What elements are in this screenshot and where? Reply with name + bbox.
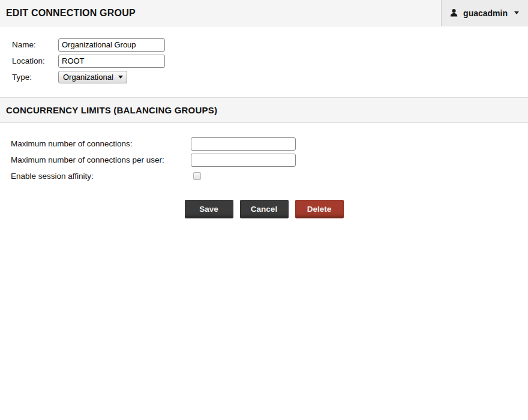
form-row-session-affinity: Enable session affinity:: [11, 169, 528, 183]
caret-down-icon: [514, 11, 519, 14]
form-row-type: Type: Organizational: [12, 70, 528, 84]
max-connections-per-user-label: Maximum number of connections per user:: [11, 155, 191, 164]
name-label: Name:: [12, 40, 58, 49]
concurrency-limits-form: Maximum number of connections: Maximum n…: [0, 123, 528, 183]
max-connections-input[interactable]: [191, 137, 296, 151]
edit-connection-group-page: EDIT CONNECTION GROUP guacadmin Name: Lo…: [0, 0, 528, 218]
user-name: guacadmin: [463, 8, 508, 18]
section-header-concurrency-limits: CONCURRENCY LIMITS (BALANCING GROUPS): [0, 97, 528, 123]
page-title: EDIT CONNECTION GROUP: [0, 8, 136, 19]
user-icon: [449, 8, 458, 17]
form-row-max-connections: Maximum number of connections:: [11, 137, 528, 151]
type-label: Type:: [12, 73, 58, 82]
cancel-button[interactable]: Cancel: [240, 200, 289, 218]
type-select-value: Organizational: [63, 73, 113, 82]
type-select[interactable]: Organizational: [58, 71, 127, 83]
form-row-max-connections-per-user: Maximum number of connections per user:: [11, 153, 528, 167]
max-connections-label: Maximum number of connections:: [11, 139, 191, 148]
max-connections-per-user-input[interactable]: [191, 154, 296, 167]
caret-down-icon: [118, 76, 123, 79]
session-affinity-label: Enable session affinity:: [11, 172, 191, 181]
session-affinity-checkbox[interactable]: [193, 172, 201, 180]
save-button[interactable]: Save: [185, 200, 233, 218]
location-input[interactable]: [58, 55, 165, 68]
app-header: EDIT CONNECTION GROUP guacadmin: [0, 0, 528, 26]
action-buttons: Save Cancel Delete: [0, 200, 528, 218]
user-menu-button[interactable]: guacadmin: [441, 0, 528, 26]
form-row-name: Name:: [12, 38, 528, 52]
group-properties-form: Name: Location: Type: Organizational: [0, 26, 528, 84]
delete-button[interactable]: Delete: [295, 200, 344, 218]
location-label: Location:: [12, 56, 58, 65]
name-input[interactable]: [58, 38, 165, 52]
form-row-location: Location:: [12, 54, 528, 68]
